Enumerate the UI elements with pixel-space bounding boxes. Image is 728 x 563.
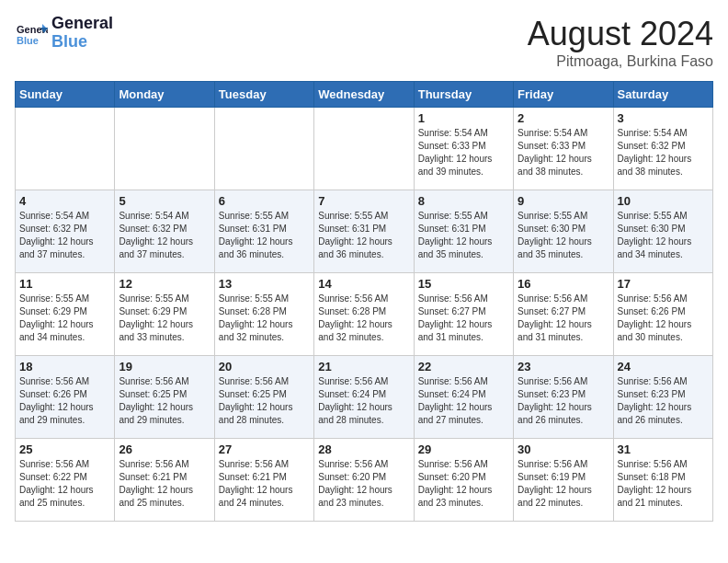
calendar-week-4: 18Sunrise: 5:56 AM Sunset: 6:26 PM Dayli… <box>16 356 713 439</box>
day-info: Sunrise: 5:56 AM Sunset: 6:28 PM Dayligh… <box>318 293 409 344</box>
day-number: 27 <box>219 442 310 456</box>
day-info: Sunrise: 5:56 AM Sunset: 6:23 PM Dayligh… <box>618 375 709 427</box>
day-number: 7 <box>318 194 409 208</box>
page-header: General Blue General Blue August 2024 Pi… <box>15 15 713 70</box>
weekday-header-sunday: Sunday <box>16 82 115 108</box>
calendar-cell <box>314 108 414 190</box>
day-info: Sunrise: 5:56 AM Sunset: 6:20 PM Dayligh… <box>318 458 409 510</box>
day-info: Sunrise: 5:54 AM Sunset: 6:32 PM Dayligh… <box>618 127 709 178</box>
calendar-cell: 13Sunrise: 5:55 AM Sunset: 6:28 PM Dayli… <box>214 273 313 356</box>
main-title: August 2024 <box>528 15 713 53</box>
day-number: 23 <box>518 360 609 373</box>
calendar-cell: 4Sunrise: 5:54 AM Sunset: 6:32 PM Daylig… <box>16 190 115 273</box>
weekday-header-row: SundayMondayTuesdayWednesdayThursdayFrid… <box>16 82 713 108</box>
calendar-cell: 9Sunrise: 5:55 AM Sunset: 6:30 PM Daylig… <box>514 190 613 273</box>
title-block: August 2024 Pitmoaga, Burkina Faso <box>528 15 713 70</box>
day-number: 20 <box>219 360 310 373</box>
day-info: Sunrise: 5:56 AM Sunset: 6:24 PM Dayligh… <box>318 375 409 427</box>
day-info: Sunrise: 5:55 AM Sunset: 6:31 PM Dayligh… <box>219 210 310 261</box>
day-number: 24 <box>618 360 709 373</box>
day-number: 28 <box>318 442 409 456</box>
weekday-header-thursday: Thursday <box>414 82 513 108</box>
day-number: 30 <box>518 442 609 456</box>
day-number: 4 <box>19 194 110 208</box>
calendar-cell: 19Sunrise: 5:56 AM Sunset: 6:25 PM Dayli… <box>115 356 214 439</box>
day-number: 6 <box>219 194 310 208</box>
day-info: Sunrise: 5:56 AM Sunset: 6:25 PM Dayligh… <box>119 375 210 427</box>
logo-icon: General Blue <box>15 20 48 46</box>
calendar-week-3: 11Sunrise: 5:55 AM Sunset: 6:29 PM Dayli… <box>16 273 713 356</box>
day-info: Sunrise: 5:55 AM Sunset: 6:30 PM Dayligh… <box>518 210 609 261</box>
day-number: 9 <box>518 194 609 208</box>
calendar-cell: 10Sunrise: 5:55 AM Sunset: 6:30 PM Dayli… <box>613 190 712 273</box>
calendar-cell <box>214 108 313 190</box>
weekday-header-monday: Monday <box>115 82 214 108</box>
day-number: 18 <box>19 360 110 373</box>
day-info: Sunrise: 5:54 AM Sunset: 6:32 PM Dayligh… <box>19 210 110 261</box>
calendar-cell: 30Sunrise: 5:56 AM Sunset: 6:19 PM Dayli… <box>514 439 613 522</box>
day-info: Sunrise: 5:56 AM Sunset: 6:21 PM Dayligh… <box>119 458 210 510</box>
calendar-cell: 7Sunrise: 5:55 AM Sunset: 6:31 PM Daylig… <box>314 190 414 273</box>
day-info: Sunrise: 5:56 AM Sunset: 6:27 PM Dayligh… <box>418 293 509 344</box>
calendar-cell: 27Sunrise: 5:56 AM Sunset: 6:21 PM Dayli… <box>214 439 313 522</box>
calendar-week-1: 1Sunrise: 5:54 AM Sunset: 6:33 PM Daylig… <box>16 108 713 190</box>
logo: General Blue General Blue <box>15 15 113 52</box>
calendar-cell: 23Sunrise: 5:56 AM Sunset: 6:23 PM Dayli… <box>514 356 613 439</box>
day-info: Sunrise: 5:54 AM Sunset: 6:32 PM Dayligh… <box>119 210 210 261</box>
day-number: 22 <box>418 360 509 373</box>
day-number: 17 <box>618 277 709 291</box>
day-info: Sunrise: 5:56 AM Sunset: 6:19 PM Dayligh… <box>518 458 609 510</box>
calendar-cell <box>115 108 214 190</box>
calendar-cell: 18Sunrise: 5:56 AM Sunset: 6:26 PM Dayli… <box>16 356 115 439</box>
day-number: 21 <box>318 360 409 373</box>
day-number: 5 <box>119 194 210 208</box>
calendar-cell: 26Sunrise: 5:56 AM Sunset: 6:21 PM Dayli… <box>115 439 214 522</box>
calendar-cell: 28Sunrise: 5:56 AM Sunset: 6:20 PM Dayli… <box>314 439 414 522</box>
day-info: Sunrise: 5:56 AM Sunset: 6:26 PM Dayligh… <box>618 293 709 344</box>
day-info: Sunrise: 5:55 AM Sunset: 6:30 PM Dayligh… <box>618 210 709 261</box>
calendar-cell: 6Sunrise: 5:55 AM Sunset: 6:31 PM Daylig… <box>214 190 313 273</box>
day-number: 19 <box>119 360 210 373</box>
day-number: 10 <box>618 194 709 208</box>
day-info: Sunrise: 5:56 AM Sunset: 6:27 PM Dayligh… <box>518 293 609 344</box>
weekday-header-friday: Friday <box>514 82 613 108</box>
day-number: 3 <box>618 111 709 125</box>
calendar-cell: 3Sunrise: 5:54 AM Sunset: 6:32 PM Daylig… <box>613 108 712 190</box>
day-info: Sunrise: 5:55 AM Sunset: 6:31 PM Dayligh… <box>318 210 409 261</box>
day-number: 2 <box>518 111 609 125</box>
calendar-cell: 20Sunrise: 5:56 AM Sunset: 6:25 PM Dayli… <box>214 356 313 439</box>
day-info: Sunrise: 5:56 AM Sunset: 6:25 PM Dayligh… <box>219 375 310 427</box>
calendar-cell: 2Sunrise: 5:54 AM Sunset: 6:33 PM Daylig… <box>514 108 613 190</box>
calendar-cell: 16Sunrise: 5:56 AM Sunset: 6:27 PM Dayli… <box>514 273 613 356</box>
day-info: Sunrise: 5:55 AM Sunset: 6:29 PM Dayligh… <box>119 293 210 344</box>
calendar-table: SundayMondayTuesdayWednesdayThursdayFrid… <box>15 81 713 522</box>
day-number: 25 <box>19 442 110 456</box>
day-info: Sunrise: 5:55 AM Sunset: 6:28 PM Dayligh… <box>219 293 310 344</box>
day-number: 15 <box>418 277 509 291</box>
day-info: Sunrise: 5:56 AM Sunset: 6:23 PM Dayligh… <box>518 375 609 427</box>
svg-text:Blue: Blue <box>17 35 39 46</box>
calendar-cell: 14Sunrise: 5:56 AM Sunset: 6:28 PM Dayli… <box>314 273 414 356</box>
day-number: 8 <box>418 194 509 208</box>
calendar-week-5: 25Sunrise: 5:56 AM Sunset: 6:22 PM Dayli… <box>16 439 713 522</box>
day-info: Sunrise: 5:56 AM Sunset: 6:24 PM Dayligh… <box>418 375 509 427</box>
day-number: 14 <box>318 277 409 291</box>
calendar-cell: 12Sunrise: 5:55 AM Sunset: 6:29 PM Dayli… <box>115 273 214 356</box>
calendar-cell: 22Sunrise: 5:56 AM Sunset: 6:24 PM Dayli… <box>414 356 513 439</box>
day-info: Sunrise: 5:56 AM Sunset: 6:20 PM Dayligh… <box>418 458 509 510</box>
calendar-cell: 21Sunrise: 5:56 AM Sunset: 6:24 PM Dayli… <box>314 356 414 439</box>
day-number: 1 <box>418 111 509 125</box>
calendar-cell: 5Sunrise: 5:54 AM Sunset: 6:32 PM Daylig… <box>115 190 214 273</box>
day-info: Sunrise: 5:56 AM Sunset: 6:18 PM Dayligh… <box>618 458 709 510</box>
weekday-header-saturday: Saturday <box>613 82 712 108</box>
day-number: 13 <box>219 277 310 291</box>
calendar-cell: 1Sunrise: 5:54 AM Sunset: 6:33 PM Daylig… <box>414 108 513 190</box>
calendar-cell: 8Sunrise: 5:55 AM Sunset: 6:31 PM Daylig… <box>414 190 513 273</box>
day-info: Sunrise: 5:55 AM Sunset: 6:29 PM Dayligh… <box>19 293 110 344</box>
day-number: 26 <box>119 442 210 456</box>
day-number: 31 <box>618 442 709 456</box>
calendar-cell <box>16 108 115 190</box>
weekday-header-wednesday: Wednesday <box>314 82 414 108</box>
day-info: Sunrise: 5:56 AM Sunset: 6:21 PM Dayligh… <box>219 458 310 510</box>
calendar-cell: 29Sunrise: 5:56 AM Sunset: 6:20 PM Dayli… <box>414 439 513 522</box>
